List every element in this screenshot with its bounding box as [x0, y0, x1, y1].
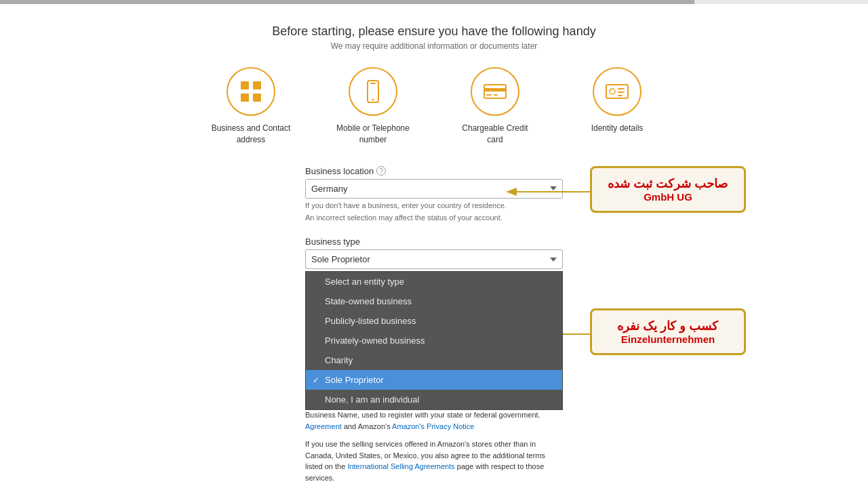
- annotation-1-latin: GmbH UG: [604, 191, 732, 203]
- checklist-icons-row: Business and Contact address Mobile or T…: [210, 67, 658, 146]
- icon-circle-card: [471, 67, 519, 116]
- registration-form: Business location ? Germany If you don't…: [305, 166, 563, 488]
- page-layout: Before starting, please ensure you have …: [0, 0, 868, 488]
- business-type-dropdown-container: Sole Proprietor Select an entity type St…: [305, 249, 563, 269]
- page-subtitle: We may require additional information or…: [272, 41, 595, 51]
- svg-rect-14: [618, 92, 625, 93]
- svg-rect-0: [241, 81, 249, 89]
- icon-label-business: Business and Contact address: [210, 123, 292, 146]
- grid-icon: [239, 79, 263, 104]
- svg-rect-15: [618, 95, 623, 96]
- dropdown-item-sole-proprietor[interactable]: ✓ Sole Proprietor: [306, 370, 562, 390]
- business-location-label: Business location ?: [305, 166, 563, 176]
- business-type-label: Business type: [305, 237, 563, 247]
- agreement-link[interactable]: Agreement: [305, 422, 342, 430]
- annotation-2-arabic: کسب و کار یک نفره: [604, 319, 732, 333]
- phone-icon: [361, 79, 385, 104]
- business-location-hint2: An incorrect selection may affect the st…: [305, 213, 563, 223]
- icon-business-address: Business and Contact address: [210, 67, 292, 146]
- dropdown-item-state-owned[interactable]: State-owned business: [306, 291, 562, 311]
- agreement-section: Business Name, used to register with you…: [305, 409, 563, 432]
- main-content: Before starting, please ensure you have …: [0, 4, 868, 488]
- icon-phone: Mobile or Telephone number: [332, 67, 414, 146]
- agreement-section-2: If you use the selling services offered …: [305, 439, 563, 483]
- dropdown-item-individual[interactable]: None, I am an individual: [306, 390, 562, 409]
- svg-point-12: [610, 89, 615, 94]
- icon-circle-identity: [593, 67, 642, 116]
- id-icon: [605, 79, 629, 104]
- annotation-box-2: کسب و کار یک نفره Einzelunternehmen: [590, 308, 746, 355]
- annotation-box-1: صاحب شرکت ثبت شده GmbH UG: [590, 166, 746, 213]
- header-section: Before starting, please ensure you have …: [272, 24, 595, 67]
- card-icon: [483, 79, 507, 104]
- business-type-select[interactable]: Sole Proprietor: [305, 249, 563, 269]
- icon-label-card: Chargeable Credit card: [454, 123, 536, 146]
- icon-label-identity: Identity details: [591, 123, 644, 134]
- svg-rect-8: [484, 88, 506, 92]
- dropdown-item-publicly-listed[interactable]: Publicly-listed business: [306, 311, 562, 331]
- svg-rect-10: [494, 94, 498, 96]
- info-icon-location[interactable]: ?: [376, 166, 386, 176]
- icon-circle-phone: [349, 67, 397, 116]
- dropdown-item-privately-owned[interactable]: Privately-owned business: [306, 331, 562, 350]
- arrow-1: [502, 185, 590, 199]
- page-title: Before starting, please ensure you have …: [272, 24, 595, 39]
- svg-rect-3: [253, 94, 261, 102]
- business-type-section: Business type Sole Proprietor Select an …: [305, 237, 563, 269]
- business-type-dropdown-menu: Select an entity type State-owned busine…: [305, 271, 563, 410]
- international-selling-link[interactable]: International Selling Agreements: [347, 462, 454, 470]
- business-location-hint1: If you don't have a business, enter your…: [305, 201, 563, 211]
- svg-rect-2: [241, 94, 249, 102]
- annotation-1-arabic: صاحب شرکت ثبت شده: [604, 176, 732, 191]
- icon-credit-card: Chargeable Credit card: [454, 67, 536, 146]
- svg-rect-13: [618, 88, 625, 89]
- dropdown-item-select[interactable]: Select an entity type: [306, 272, 562, 291]
- icon-label-phone: Mobile or Telephone number: [332, 123, 414, 146]
- dropdown-item-charity[interactable]: Charity: [306, 350, 562, 370]
- icon-circle-business: [226, 67, 275, 116]
- svg-point-6: [372, 99, 374, 101]
- annotation-2-latin: Einzelunternehmen: [604, 333, 732, 345]
- svg-rect-9: [486, 94, 492, 96]
- svg-rect-5: [370, 83, 376, 84]
- icon-identity: Identity details: [576, 67, 658, 146]
- privacy-notice-link[interactable]: Amazon's Privacy Notice: [392, 422, 474, 430]
- svg-rect-1: [253, 81, 261, 89]
- agreement-text-1: Business Name, used to register with you…: [305, 411, 540, 419]
